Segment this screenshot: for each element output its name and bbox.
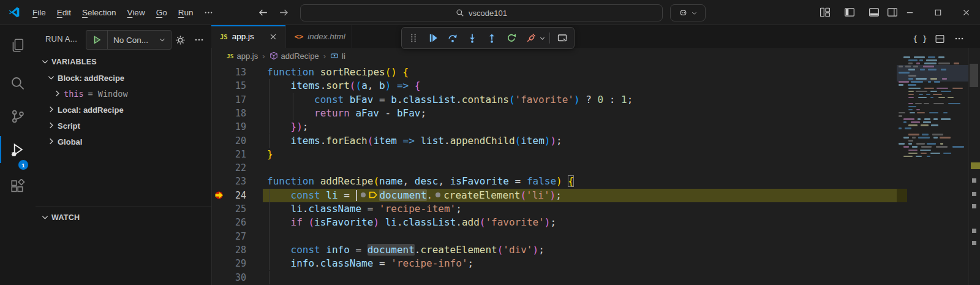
close-tab-icon[interactable] <box>267 31 279 43</box>
token: . <box>456 94 462 105</box>
breadcrumb-item-addRecipe[interactable]: addRecipe <box>270 51 319 61</box>
line-number[interactable]: 19 <box>211 120 246 134</box>
minimap[interactable] <box>897 48 968 285</box>
copilot-button[interactable] <box>670 4 706 21</box>
code-line[interactable]: 25li.className = 'recipe-item'; <box>211 202 968 216</box>
minimap-line <box>916 109 920 111</box>
close-button[interactable] <box>952 0 980 25</box>
tab-index-html[interactable]: <>index.html <box>286 25 352 48</box>
code-line[interactable]: 23function addRecipe(name, desc, isFavor… <box>211 175 968 188</box>
code-line[interactable]: 30 <box>211 271 968 284</box>
tree-item-local-addrecipe[interactable]: Local: addRecipe <box>36 102 222 118</box>
sidebar-item-extensions[interactable] <box>0 174 36 199</box>
more-actions-icon[interactable] <box>192 33 206 47</box>
line-number[interactable]: 26 <box>211 216 246 229</box>
line-number[interactable]: 25 <box>211 202 246 216</box>
line-number[interactable]: 22 <box>211 161 246 175</box>
step-into-icon[interactable] <box>463 29 481 47</box>
code-line[interactable]: 22 <box>211 161 968 175</box>
line-number[interactable]: 13 <box>211 66 246 79</box>
code-line[interactable]: 28const info = document.createElement('d… <box>211 243 968 257</box>
line-number[interactable]: 30 <box>211 271 246 284</box>
title-bar: FileEditSelectionViewGoRun vscode101 <box>0 0 980 25</box>
continue-icon[interactable] <box>424 29 442 47</box>
section-header-variables[interactable]: VARIABLES <box>36 54 216 70</box>
sidebar-item-search[interactable] <box>0 71 36 96</box>
editor-more-actions-icon[interactable] <box>951 31 967 46</box>
code-line[interactable]: 29info.className = 'recipe-info'; <box>211 257 968 270</box>
debug-dropdown-chevron-icon[interactable] <box>538 29 546 47</box>
restart-icon[interactable] <box>502 29 521 47</box>
breakpoint-current-frame-icon[interactable] <box>214 190 224 200</box>
sidebar-item-run-and-debug[interactable]: 1 <box>0 137 36 162</box>
minimap-line <box>915 103 922 105</box>
open-window-icon[interactable] <box>553 29 571 47</box>
line-number[interactable]: 20 <box>211 134 246 148</box>
code-line[interactable]: 27 <box>211 230 968 243</box>
minimap-line <box>916 91 927 93</box>
line-number[interactable]: 18 <box>211 107 246 120</box>
customize-layout-icon[interactable] <box>820 7 831 18</box>
token: sortRecipes <box>320 66 385 78</box>
line-number[interactable]: 15 <box>211 79 246 93</box>
inline-breakpoint-dot-icon[interactable] <box>435 192 440 197</box>
command-center-search[interactable]: vscode101 <box>300 4 663 21</box>
step-over-icon[interactable] <box>443 29 462 47</box>
code-editor[interactable]: 13function sortRecipes() {15items.sort((… <box>211 63 968 285</box>
minimize-button[interactable] <box>895 0 924 25</box>
line-number[interactable]: 27 <box>211 230 246 243</box>
code-line[interactable]: 20items.forEach(item => list.appendChild… <box>211 134 968 148</box>
token: item <box>373 135 397 146</box>
line-number[interactable]: 29 <box>211 257 246 270</box>
line-number[interactable]: 21 <box>211 148 246 161</box>
maximize-button[interactable] <box>924 0 952 25</box>
code-line[interactable]: 17const bFav = b.classList.contains('fav… <box>211 93 968 107</box>
code-line[interactable]: 18return aFav - bFav; <box>211 107 968 120</box>
tree-item-block-addrecipe[interactable]: Block: addRecipe <box>36 70 222 86</box>
menu-item-edit[interactable]: Edit <box>51 6 77 20</box>
line-number[interactable]: 17 <box>211 93 246 107</box>
minimap-line <box>916 78 927 80</box>
step-out-icon[interactable] <box>483 29 501 47</box>
menu-item-selection[interactable]: Selection <box>77 6 122 20</box>
toolbar-drag-handle[interactable] <box>404 29 423 47</box>
token: items <box>291 80 320 91</box>
section-header-watch[interactable]: WATCH <box>36 210 216 226</box>
code-line[interactable]: 19}); <box>211 120 968 134</box>
menu-more-icon[interactable] <box>198 6 219 20</box>
menu-item-view[interactable]: View <box>122 6 151 20</box>
tree-item-global[interactable]: Global <box>36 134 222 150</box>
code-line[interactable]: 24const li = document.createElement('li'… <box>211 189 968 202</box>
menu-item-run[interactable]: Run <box>173 6 199 20</box>
line-number[interactable]: 23 <box>211 175 246 188</box>
tab-app-js[interactable]: JSapp.js <box>211 25 286 48</box>
menu-item-file[interactable]: File <box>27 6 51 20</box>
toggle-panel-icon[interactable] <box>869 7 880 18</box>
debug-badge: 1 <box>18 159 29 170</box>
tree-item-this[interactable]: this= Window <box>36 86 228 102</box>
sidebar-item-source-control[interactable] <box>0 104 36 129</box>
token: { <box>568 175 574 187</box>
tree-item-script[interactable]: Script <box>36 118 222 134</box>
code-line[interactable]: 26if (isFavorite) li.classList.add('favo… <box>211 216 968 229</box>
sidebar-item-explorer[interactable] <box>0 33 36 58</box>
token: . <box>397 216 403 228</box>
start-debug-icon[interactable] <box>86 31 108 49</box>
code-line[interactable]: 13function sortRecipes() { <box>211 66 968 79</box>
gear-icon[interactable] <box>173 33 187 47</box>
toggle-primary-sidebar-icon[interactable] <box>844 7 855 18</box>
line-number[interactable]: 28 <box>211 243 246 257</box>
nav-back-icon[interactable] <box>255 5 271 20</box>
inline-breakpoint-dot-icon[interactable] <box>361 192 366 197</box>
debug-config-dropdown[interactable]: No Con... <box>86 30 172 50</box>
minimap-line <box>903 156 913 158</box>
code-line[interactable]: 21} <box>211 148 968 161</box>
breadcrumb-item-app-js[interactable]: JSapp.js <box>227 51 258 61</box>
split-editor-icon[interactable] <box>932 31 948 46</box>
code-line[interactable]: 15items.sort((a, b) => { <box>211 79 968 93</box>
braces-icon[interactable]: { } <box>912 31 928 46</box>
nav-forward-icon[interactable] <box>276 5 292 20</box>
menu-item-go[interactable]: Go <box>151 6 173 20</box>
scrollbar-thumb[interactable] <box>970 64 978 87</box>
breadcrumb-item-li[interactable]: li <box>330 51 345 61</box>
